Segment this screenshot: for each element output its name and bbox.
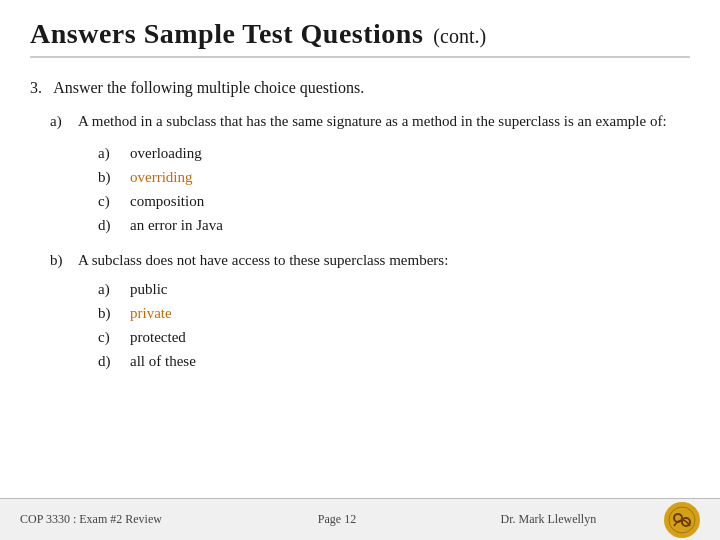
choice-label-d2: d) bbox=[98, 349, 122, 373]
part-a-question: a) A method in a subclass that has the s… bbox=[50, 110, 690, 133]
part-a-choices: a) overloading b) overriding c) composit… bbox=[98, 141, 690, 237]
footer-logo bbox=[664, 502, 700, 538]
part-b-label: b) bbox=[50, 249, 70, 272]
choice-text-b2: private bbox=[130, 301, 172, 325]
footer-author: Dr. Mark Llewellyn bbox=[443, 512, 654, 527]
choice-b2: b) private bbox=[98, 301, 690, 325]
choice-a2: a) public bbox=[98, 277, 690, 301]
choice-text-a2: public bbox=[130, 277, 168, 301]
part-a-text: A method in a subclass that has the same… bbox=[78, 110, 667, 133]
part-b-choices: a) public b) private c) protected d) all… bbox=[98, 277, 690, 373]
choice-text-c: composition bbox=[130, 189, 204, 213]
logo-icon bbox=[668, 506, 696, 534]
choice-b1: b) overriding bbox=[98, 165, 690, 189]
choice-text-c2: protected bbox=[130, 325, 186, 349]
choice-d2: d) all of these bbox=[98, 349, 690, 373]
question-number: 3. Answer the following multiple choice … bbox=[30, 76, 690, 100]
footer-course: COP 3330 : Exam #2 Review bbox=[20, 512, 231, 527]
choice-label-a2: a) bbox=[98, 277, 122, 301]
choice-label-d: d) bbox=[98, 213, 122, 237]
part-b-question: b) A subclass does not have access to th… bbox=[50, 249, 690, 272]
choice-label-b: b) bbox=[98, 165, 122, 189]
content-area: 3. Answer the following multiple choice … bbox=[30, 76, 690, 373]
choice-text-d2: all of these bbox=[130, 349, 196, 373]
part-a-label: a) bbox=[50, 110, 70, 133]
slide-title: Answers Sample Test Questions bbox=[30, 18, 423, 50]
choice-text-b: overriding bbox=[130, 165, 192, 189]
part-a-block: a) A method in a subclass that has the s… bbox=[50, 110, 690, 237]
slide-title-cont: (cont.) bbox=[433, 25, 486, 48]
choice-a1: a) overloading bbox=[98, 141, 690, 165]
slide: Answers Sample Test Questions (cont.) 3.… bbox=[0, 0, 720, 540]
choice-label-c2: c) bbox=[98, 325, 122, 349]
part-b-text: A subclass does not have access to these… bbox=[78, 249, 448, 272]
part-b-block: b) A subclass does not have access to th… bbox=[50, 249, 690, 374]
footer: COP 3330 : Exam #2 Review Page 12 Dr. Ma… bbox=[0, 498, 720, 540]
choice-c2: c) protected bbox=[98, 325, 690, 349]
choice-d1: d) an error in Java bbox=[98, 213, 690, 237]
choice-text-a: overloading bbox=[130, 141, 202, 165]
choice-label-c: c) bbox=[98, 189, 122, 213]
title-row: Answers Sample Test Questions (cont.) bbox=[30, 18, 690, 58]
choice-label-a: a) bbox=[98, 141, 122, 165]
choice-c1: c) composition bbox=[98, 189, 690, 213]
footer-page: Page 12 bbox=[231, 512, 442, 527]
choice-label-b2: b) bbox=[98, 301, 122, 325]
choice-text-d: an error in Java bbox=[130, 213, 223, 237]
